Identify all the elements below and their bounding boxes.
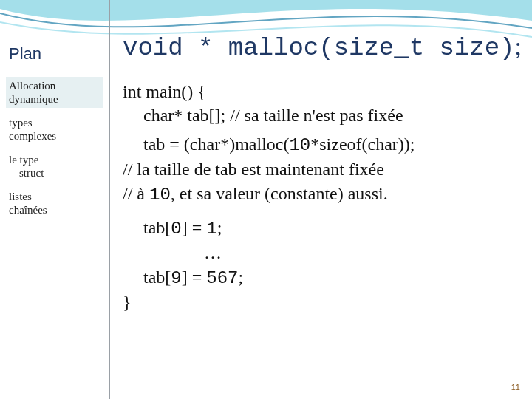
- sidebar-item-struct[interactable]: le type struct: [6, 151, 103, 182]
- sidebar-item-listes-chainees[interactable]: listes chaînées: [6, 188, 103, 219]
- code-num: 9: [171, 268, 181, 288]
- code-comment: // sa taille n'est pas fixée: [230, 106, 403, 125]
- code-text: ] =: [182, 218, 207, 237]
- heading-semi: ;: [515, 33, 522, 60]
- sidebar-item-label: listes: [9, 191, 32, 202]
- code-text: , et sa valeur (constante) aussi.: [171, 184, 388, 203]
- code-num: 567: [206, 268, 238, 288]
- heading-proto: void * malloc(size_t size): [123, 34, 515, 62]
- code-line: // à 10, et sa valeur (constante) aussi.: [123, 182, 525, 207]
- code-line: char* tab[]; // sa taille n'est pas fixé…: [123, 103, 525, 127]
- code-text: char* tab[];: [143, 106, 230, 125]
- sidebar-item-label: Allocation: [9, 80, 55, 92]
- code-text: tab[: [143, 218, 171, 237]
- sidebar-item-allocation-dynamique[interactable]: Allocation dynamique: [6, 77, 103, 108]
- sidebar-item-label: dynamique: [9, 93, 58, 105]
- code-text: ;: [238, 267, 243, 287]
- code-line: tab[0] = 1;: [123, 216, 525, 241]
- sidebar-item-label: chaînées: [9, 204, 47, 216]
- code-line: int main() {: [123, 80, 525, 103]
- code-text: tab = (char*)malloc(: [143, 134, 289, 154]
- sidebar-item-types-complexes[interactable]: types complexes: [6, 114, 103, 145]
- code-line: }: [123, 290, 525, 314]
- code-line: // la taille de tab est maintenant fixée: [123, 157, 525, 181]
- code-block: int main() { char* tab[]; // sa taille n…: [123, 80, 525, 315]
- sidebar-item-label: types: [9, 117, 33, 129]
- code-num: 1: [206, 219, 216, 239]
- slide-title: void * malloc(size_t size);: [123, 33, 525, 62]
- sidebar: Plan Allocation dynamique types complexe…: [0, 0, 109, 399]
- code-num: 10: [149, 185, 171, 205]
- code-num: 0: [171, 219, 181, 239]
- code-text: ] =: [182, 267, 207, 287]
- ellipsis: …: [204, 243, 222, 262]
- page-number: 11: [511, 383, 520, 392]
- sidebar-item-label: le type: [9, 154, 38, 166]
- divider: [109, 0, 110, 399]
- code-num: 10: [289, 135, 310, 155]
- code-text: tab[: [143, 267, 171, 287]
- code-text: *sizeof(char));: [310, 134, 415, 154]
- sidebar-item-label: struct: [9, 167, 44, 179]
- code-text: // à: [123, 184, 149, 203]
- sidebar-heading: Plan: [9, 44, 103, 64]
- code-line: tab = (char*)malloc(10*sizeof(char));: [123, 132, 525, 157]
- slide-content: void * malloc(size_t size); int main() {…: [109, 0, 532, 399]
- code-text: ;: [217, 218, 222, 237]
- code-line: …: [123, 241, 525, 265]
- sidebar-item-label: complexes: [9, 130, 56, 142]
- code-line: tab[9] = 567;: [123, 265, 525, 290]
